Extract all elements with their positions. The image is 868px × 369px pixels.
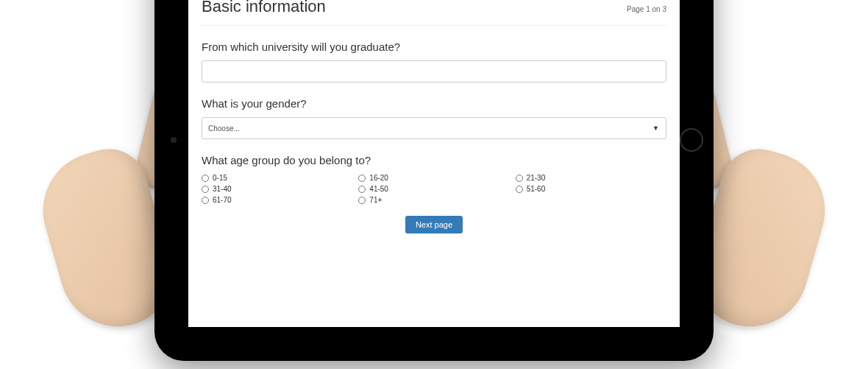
age-radio-group: 0-15 16-20 21-30 31-40	[202, 174, 666, 204]
radio-label: 31-40	[213, 185, 232, 193]
radio-input[interactable]	[358, 197, 366, 204]
radio-label: 21-30	[527, 174, 546, 182]
age-option-51-60[interactable]: 51-60	[516, 185, 666, 193]
age-option-16-20[interactable]: 16-20	[358, 174, 509, 182]
tablet-screen: Home Shop Events News Jobs Contact us Ad…	[188, 0, 680, 327]
radio-input[interactable]	[202, 197, 209, 204]
radio-label: 41-50	[369, 185, 388, 193]
tablet-device: Home Shop Events News Jobs Contact us Ad…	[154, 0, 714, 361]
question-age: What age group do you belong to? 0-15 16…	[202, 154, 666, 204]
radio-label: 0-15	[213, 174, 227, 182]
page-content: Basic information Page 1 on 3 From which…	[188, 0, 680, 241]
gender-select-wrap: Choose...	[202, 117, 666, 139]
radio-label: 16-20	[369, 174, 388, 182]
question-university: From which university will you graduate?	[202, 41, 666, 82]
radio-input[interactable]	[516, 175, 523, 182]
question-gender: What is your gender? Choose...	[202, 97, 666, 139]
age-option-41-50[interactable]: 41-50	[358, 185, 509, 193]
page-header: Basic information Page 1 on 3	[202, 0, 666, 26]
question-label: What is your gender?	[202, 97, 666, 110]
button-row: Next page	[202, 216, 666, 233]
age-option-21-30[interactable]: 21-30	[516, 174, 666, 182]
age-option-31-40[interactable]: 31-40	[202, 185, 352, 193]
radio-input[interactable]	[202, 186, 209, 193]
question-label: What age group do you belong to?	[202, 154, 666, 166]
radio-input[interactable]	[516, 186, 523, 193]
question-label: From which university will you graduate?	[202, 41, 666, 53]
next-page-button[interactable]: Next page	[405, 216, 463, 233]
radio-label: 61-70	[213, 196, 232, 204]
gender-select[interactable]: Choose...	[202, 117, 666, 139]
age-option-61-70[interactable]: 61-70	[202, 196, 352, 204]
radio-label: 51-60	[527, 185, 546, 193]
page-title: Basic information	[202, 0, 326, 16]
university-input[interactable]	[202, 60, 666, 82]
page-indicator: Page 1 on 3	[627, 5, 666, 13]
age-option-0-15[interactable]: 0-15	[202, 174, 352, 182]
radio-input[interactable]	[202, 175, 209, 182]
age-option-71-plus[interactable]: 71+	[358, 196, 509, 204]
radio-input[interactable]	[358, 175, 366, 182]
radio-input[interactable]	[358, 186, 366, 193]
radio-label: 71+	[369, 196, 382, 204]
